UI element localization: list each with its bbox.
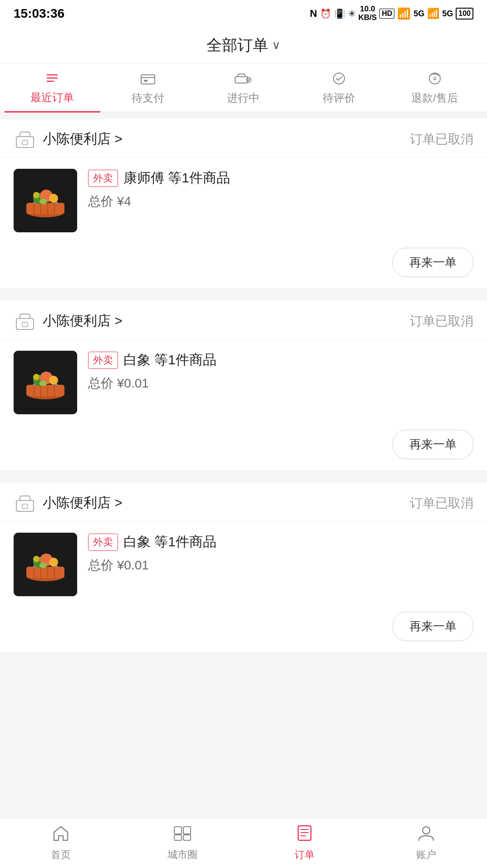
nav-item-home[interactable]: 首页 (0, 819, 122, 868)
order-card: 小陈便利店 > 订单已取消 (0, 119, 487, 288)
store-name: 小陈便利店 > (43, 312, 123, 330)
page-header: 全部订单 ∨ (0, 27, 487, 64)
order-card-header: 小陈便利店 > 订单已取消 (0, 301, 487, 340)
delivery-tag: 外卖 (88, 352, 118, 369)
product-price: 总价 ¥4 (88, 193, 473, 210)
delivery-tag: 外卖 (88, 534, 118, 551)
orders-icon (296, 825, 313, 845)
tab-pending-pay[interactable]: 待支付 (100, 64, 196, 112)
order-status: 订单已取消 (410, 313, 473, 330)
product-name: 康师傅 等1件商品 (123, 169, 230, 187)
city-circle-icon (173, 825, 192, 845)
tab-recent-orders-label: 最近订单 (30, 90, 74, 105)
order-list: 小陈便利店 > 订单已取消 (0, 113, 487, 717)
order-card-body: 外卖 白象 等1件商品 总价 ¥0.01 (0, 522, 487, 607)
product-image (14, 533, 77, 596)
svg-point-36 (39, 381, 47, 386)
tab-refund[interactable]: ¥ 退款/售后 (387, 64, 482, 112)
nav-account-label: 账户 (416, 848, 436, 862)
home-icon (52, 825, 69, 845)
battery-icon: 100 (456, 8, 473, 20)
svg-point-35 (49, 376, 58, 385)
nav-city-label: 城市圈 (167, 848, 197, 862)
svg-rect-38 (16, 500, 34, 511)
in-progress-icon (234, 72, 252, 87)
tab-pending-pay-label: 待支付 (132, 91, 164, 105)
bluetooth-icon: ✳ (348, 8, 356, 19)
pending-review-icon (331, 72, 347, 87)
signal-5g-1: 5G (413, 9, 424, 19)
nav-item-account[interactable]: 账户 (365, 819, 487, 868)
page-title: 全部订单 (207, 35, 268, 56)
order-tab-bar: 最近订单 待支付 进行中 待评价 (0, 64, 487, 113)
order-card: 小陈便利店 > 订单已取消 (0, 301, 487, 470)
svg-point-49 (49, 558, 58, 567)
nav-item-city[interactable]: 城市圈 (122, 819, 243, 868)
svg-rect-53 (183, 827, 191, 834)
separator (0, 476, 487, 483)
account-icon (418, 825, 434, 845)
product-info: 外卖 白象 等1件商品 总价 ¥0.01 (88, 533, 473, 574)
order-card-header: 小陈便利店 > 订单已取消 (0, 483, 487, 522)
order-card-footer: 再来一单 (0, 607, 487, 652)
svg-rect-4 (144, 80, 148, 82)
speed-indicator: 10.0KB/S (359, 5, 377, 22)
svg-rect-5 (235, 77, 248, 83)
status-bar: 15:03:36 N ⏰ 📳 ✳ 10.0KB/S HD 📶 5G 📶 5G 1… (0, 0, 487, 27)
tab-refund-label: 退款/售后 (411, 91, 458, 105)
status-icons: N ⏰ 📳 ✳ 10.0KB/S HD 📶 5G 📶 5G 100 (310, 5, 473, 22)
svg-point-51 (33, 556, 39, 562)
product-info: 外卖 康师傅 等1件商品 总价 ¥4 (88, 169, 473, 210)
order-card-footer: 再来一单 (0, 425, 487, 470)
svg-rect-28 (26, 385, 64, 396)
signal-bars: 📶 (427, 8, 439, 20)
product-tags-name: 外卖 白象 等1件商品 (88, 533, 473, 551)
store-info[interactable]: 小陈便利店 > (14, 312, 123, 330)
svg-rect-54 (174, 835, 182, 840)
reorder-button[interactable]: 再来一单 (393, 248, 473, 277)
recent-orders-icon (45, 72, 59, 87)
svg-rect-25 (22, 322, 28, 327)
status-time: 15:03:36 (14, 6, 64, 21)
store-info[interactable]: 小陈便利店 > (14, 130, 123, 148)
svg-point-23 (33, 192, 39, 198)
store-icon (14, 494, 36, 512)
svg-rect-55 (183, 835, 191, 840)
refund-icon: ¥ (427, 72, 443, 87)
order-card: 小陈便利店 > 订单已取消 (0, 483, 487, 652)
store-name: 小陈便利店 > (43, 494, 123, 512)
reorder-button[interactable]: 再来一单 (393, 612, 473, 641)
svg-point-60 (423, 827, 430, 834)
nav-item-orders[interactable]: 订单 (244, 819, 365, 868)
order-card-header: 小陈便利店 > 订单已取消 (0, 119, 487, 158)
product-tags-name: 外卖 康师傅 等1件商品 (88, 169, 473, 187)
tab-pending-review[interactable]: 待评价 (291, 64, 387, 112)
store-info[interactable]: 小陈便利店 > (14, 494, 123, 512)
tab-recent-orders[interactable]: 最近订单 (5, 64, 100, 113)
svg-point-50 (39, 563, 47, 568)
nav-home-label: 首页 (51, 848, 71, 862)
svg-rect-11 (22, 140, 28, 145)
nav-orders-label: 订单 (295, 848, 315, 862)
svg-text:¥: ¥ (433, 75, 437, 82)
reorder-button[interactable]: 再来一单 (393, 430, 473, 459)
product-name: 白象 等1件商品 (123, 533, 216, 551)
product-image (14, 169, 77, 232)
header-title-container[interactable]: 全部订单 ∨ (207, 35, 280, 56)
vibrate-icon: 📳 (334, 8, 345, 19)
tab-in-progress[interactable]: 进行中 (196, 64, 291, 112)
svg-point-37 (33, 374, 39, 380)
svg-rect-14 (26, 203, 64, 214)
order-card-body: 外卖 康师傅 等1件商品 总价 ¥4 (0, 158, 487, 243)
bottom-navigation: 首页 城市圈 订单 (0, 818, 487, 868)
order-card-footer: 再来一单 (0, 243, 487, 288)
store-icon (14, 130, 36, 148)
signal-5g-2: 5G (442, 9, 453, 19)
hd-badge: HD (379, 9, 394, 19)
svg-point-22 (39, 199, 47, 204)
svg-point-21 (49, 194, 58, 203)
pending-pay-icon (140, 72, 156, 87)
svg-rect-39 (22, 504, 28, 509)
order-card-body: 外卖 白象 等1件商品 总价 ¥0.01 (0, 340, 487, 425)
product-tags-name: 外卖 白象 等1件商品 (88, 351, 473, 369)
